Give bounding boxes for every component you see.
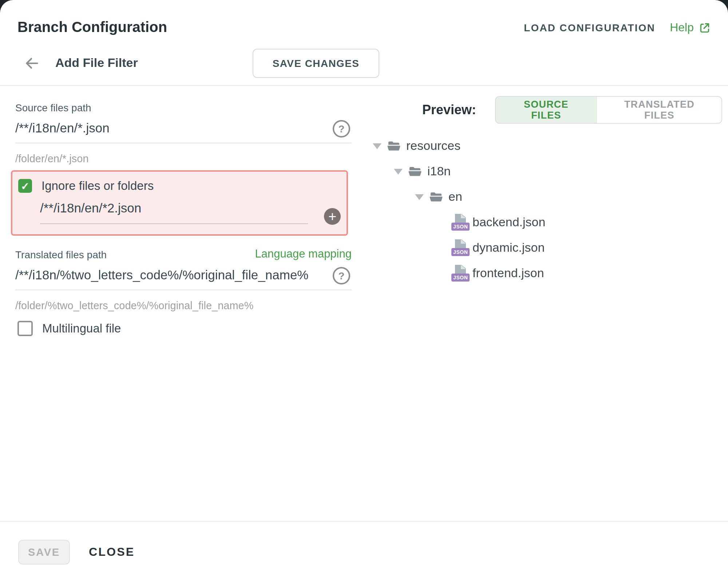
ignore-files-checkbox-label: Ignore files or folders (41, 179, 154, 193)
preview-mode-toggle: SOURCE FILES TRANSLATED FILES (495, 96, 722, 124)
tab-translated-files[interactable]: TRANSLATED FILES (597, 97, 721, 123)
json-file-icon: JSON (451, 265, 466, 282)
expand-arrow-icon[interactable] (415, 194, 424, 200)
tree-row-folder-i18n[interactable]: i18n (371, 159, 722, 184)
tree-row-file-frontend[interactable]: JSON frontend.json (371, 260, 722, 286)
tree-file-label: dynamic.json (472, 240, 545, 255)
tree-folder-label: en (448, 190, 462, 204)
dialog-header: Branch Configuration LOAD CONFIGURATION … (0, 0, 728, 86)
dialog-card: Branch Configuration LOAD CONFIGURATION … (0, 0, 728, 582)
source-path-helper-text: /folder/en/*.json (15, 153, 352, 164)
json-file-icon: JSON (451, 239, 466, 256)
preview-panel: Preview: SOURCE FILES TRANSLATED FILES (371, 86, 722, 286)
source-files-path-input[interactable]: /**/i18n/en/*.json (15, 121, 320, 136)
back-arrow-icon (24, 55, 40, 71)
expand-arrow-icon[interactable] (394, 168, 403, 174)
add-ignore-pattern-button[interactable]: + (324, 208, 341, 225)
folder-icon (387, 140, 400, 151)
tree-row-folder-en[interactable]: en (371, 184, 722, 210)
back-button[interactable] (24, 55, 40, 71)
dialog-body: Source files path /**/i18n/en/*.json ? /… (0, 86, 728, 522)
json-badge: JSON (451, 223, 470, 231)
tab-source-files[interactable]: SOURCE FILES (496, 97, 597, 123)
save-button[interactable]: SAVE (18, 539, 70, 564)
ignore-pattern-field: /**/i18n/en/*2.json (40, 201, 308, 224)
preview-label: Preview: (422, 102, 476, 117)
json-badge: JSON (451, 274, 470, 282)
dialog-footer: SAVE CLOSE (0, 521, 728, 582)
ignore-pattern-input[interactable]: /**/i18n/en/*2.json (40, 201, 308, 216)
tree-file-label: frontend.json (472, 266, 544, 280)
ignore-files-highlight-box: ✓ Ignore files or folders /**/i18n/en/*2… (11, 170, 348, 236)
multilingual-file-checkbox[interactable] (17, 321, 33, 336)
save-changes-button[interactable]: SAVE CHANGES (253, 48, 379, 77)
close-button[interactable]: CLOSE (89, 545, 135, 558)
file-tree: resources i18n (371, 133, 722, 286)
tree-folder-label: resources (406, 139, 460, 153)
load-configuration-button[interactable]: LOAD CONFIGURATION (524, 21, 655, 33)
json-badge: JSON (451, 248, 470, 256)
help-link[interactable]: Help (670, 21, 711, 34)
folder-icon (430, 191, 443, 202)
tree-row-file-backend[interactable]: JSON backend.json (371, 210, 722, 235)
json-file-icon: JSON (451, 214, 466, 231)
source-path-help-icon[interactable]: ? (333, 120, 350, 137)
tree-folder-label: i18n (427, 164, 451, 179)
expand-arrow-icon[interactable] (373, 143, 381, 149)
help-link-label: Help (670, 21, 694, 34)
folder-icon (408, 166, 422, 177)
ignore-files-checkbox[interactable]: ✓ (18, 179, 32, 193)
source-files-path-label: Source files path (15, 102, 352, 113)
external-link-icon (699, 21, 711, 33)
translated-files-path-input[interactable]: /**/i18n/%two_letters_code%/%original_fi… (15, 268, 320, 283)
tree-row-folder-resources[interactable]: resources (371, 133, 722, 159)
translated-files-path-field: /**/i18n/%two_letters_code%/%original_fi… (15, 268, 352, 290)
source-files-path-field: /**/i18n/en/*.json ? (15, 121, 352, 143)
translated-path-help-icon[interactable]: ? (333, 267, 350, 284)
page-title: Branch Configuration (17, 19, 167, 36)
tree-row-file-dynamic[interactable]: JSON dynamic.json (371, 235, 722, 260)
translated-path-helper-text: /folder/%two_letters_code%/%original_fil… (15, 300, 352, 311)
tree-file-label: backend.json (472, 215, 545, 230)
language-mapping-link[interactable]: Language mapping (255, 247, 352, 260)
translated-files-path-label: Translated files path (15, 249, 107, 260)
subheader-title: Add File Filter (55, 56, 138, 70)
file-filter-form: Source files path /**/i18n/en/*.json ? /… (15, 86, 352, 336)
multilingual-file-checkbox-label: Multilingual file (42, 322, 121, 335)
branch-configuration-dialog: Branch Configuration LOAD CONFIGURATION … (0, 0, 728, 582)
